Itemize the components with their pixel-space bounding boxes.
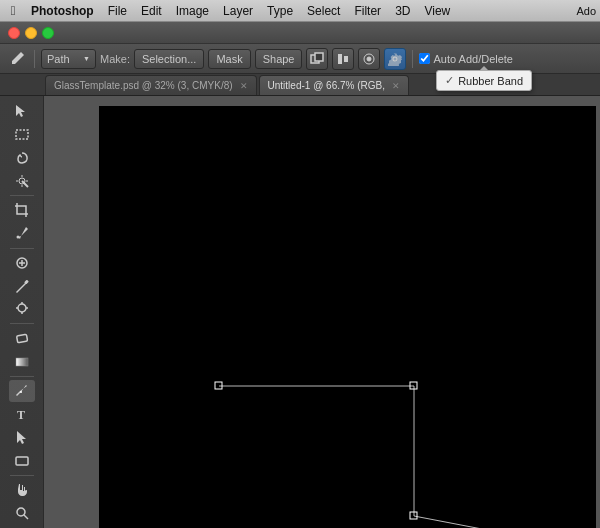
tool-move[interactable] — [9, 100, 35, 122]
tool-gradient[interactable] — [9, 350, 35, 372]
canvas[interactable] — [99, 106, 596, 528]
tool-lasso[interactable] — [9, 147, 35, 169]
minimize-button[interactable] — [25, 27, 37, 39]
svg-line-31 — [24, 515, 28, 519]
menu-file[interactable]: File — [101, 2, 134, 20]
menu-photoshop[interactable]: Photoshop — [24, 2, 101, 20]
main-area: T — [0, 96, 600, 528]
tool-clone[interactable] — [9, 298, 35, 320]
menu-view[interactable]: View — [417, 2, 457, 20]
svg-marker-28 — [17, 431, 26, 444]
svg-rect-33 — [410, 382, 417, 389]
svg-rect-34 — [410, 512, 417, 519]
tool-zoom[interactable] — [9, 502, 35, 524]
svg-rect-2 — [338, 54, 342, 64]
menu-layer[interactable]: Layer — [216, 2, 260, 20]
gear-icon-btn[interactable] — [384, 48, 406, 70]
traffic-lights — [8, 27, 54, 39]
tool-crop[interactable] — [9, 199, 35, 221]
tool-sep-1 — [10, 195, 34, 196]
canvas-area[interactable] — [44, 96, 600, 528]
svg-point-14 — [16, 236, 19, 239]
separator-2 — [412, 50, 413, 68]
tool-eyedropper[interactable] — [9, 222, 35, 244]
maximize-button[interactable] — [42, 27, 54, 39]
svg-point-5 — [367, 57, 371, 61]
tool-magic-wand[interactable] — [9, 170, 35, 192]
rubber-band-tooltip: ✓ Rubber Band — [436, 70, 532, 91]
ado-title: Ado — [576, 5, 596, 17]
path-align-icon[interactable] — [332, 48, 354, 70]
svg-rect-25 — [16, 358, 28, 366]
path-mode-dropdown[interactable]: Path ▼ — [41, 49, 96, 69]
make-label: Make: — [100, 53, 130, 65]
menu-filter[interactable]: Filter — [347, 2, 388, 20]
svg-rect-3 — [344, 56, 348, 62]
svg-point-19 — [18, 304, 26, 312]
tool-sep-4 — [10, 376, 34, 377]
svg-marker-6 — [16, 105, 25, 117]
auto-add-delete-group: Auto Add/Delete — [419, 53, 513, 65]
tool-path-selection[interactable] — [9, 426, 35, 448]
tool-marquee[interactable] — [9, 123, 35, 145]
menu-bar:  Photoshop File Edit Image Layer Type S… — [0, 0, 600, 22]
doc-tab-untitled-label: Untitled-1 @ 66.7% (RGB, — [268, 80, 385, 91]
tool-eraser[interactable] — [9, 327, 35, 349]
svg-rect-1 — [315, 53, 323, 61]
menubar-right: Ado — [576, 5, 596, 17]
selection-button[interactable]: Selection... — [134, 49, 204, 69]
svg-point-30 — [17, 508, 25, 516]
svg-rect-24 — [16, 334, 27, 343]
menu-3d[interactable]: 3D — [388, 2, 417, 20]
separator-1 — [34, 50, 35, 68]
svg-rect-7 — [16, 130, 28, 139]
mask-button[interactable]: Mask — [208, 49, 250, 69]
tool-sep-3 — [10, 323, 34, 324]
svg-text:T: T — [17, 408, 25, 422]
tool-sep-5 — [10, 475, 34, 476]
doc-tab-glass-close[interactable]: ✕ — [240, 81, 248, 91]
tool-shape[interactable] — [9, 449, 35, 471]
doc-tab-untitled-close[interactable]: ✕ — [392, 81, 400, 91]
menu-type[interactable]: Type — [260, 2, 300, 20]
left-toolbar: T — [0, 96, 44, 528]
path-dropdown-arrow: ▼ — [83, 55, 90, 62]
pen-tool-icon — [6, 48, 28, 70]
doc-tab-glass[interactable]: GlassTemplate.psd @ 32% (3, CMYK/8) ✕ — [45, 75, 257, 95]
menu-select[interactable]: Select — [300, 2, 347, 20]
doc-tab-untitled[interactable]: Untitled-1 @ 66.7% (RGB, ✕ — [259, 75, 409, 95]
menu-image[interactable]: Image — [169, 2, 216, 20]
apple-menu[interactable]:  — [4, 2, 22, 20]
rubber-band-checkmark: ✓ — [445, 74, 454, 87]
tool-type[interactable]: T — [9, 403, 35, 425]
auto-add-delete-checkbox[interactable] — [419, 53, 430, 64]
tool-brush[interactable] — [9, 275, 35, 297]
tool-pen[interactable] — [9, 380, 35, 402]
rubber-band-label: Rubber Band — [458, 75, 523, 87]
path-combine-icon[interactable] — [306, 48, 328, 70]
close-button[interactable] — [8, 27, 20, 39]
svg-rect-32 — [215, 382, 222, 389]
tool-spot-heal[interactable] — [9, 251, 35, 273]
tool-options-bar: Path ▼ Make: Selection... Mask Shape — [0, 44, 600, 74]
auto-add-delete-label[interactable]: Auto Add/Delete — [433, 53, 513, 65]
svg-rect-29 — [16, 457, 28, 465]
path-mode-label: Path — [47, 53, 70, 65]
shape-button[interactable]: Shape — [255, 49, 303, 69]
doc-tab-glass-label: GlassTemplate.psd @ 32% (3, CMYK/8) — [54, 80, 233, 91]
menu-edit[interactable]: Edit — [134, 2, 169, 20]
svg-point-26 — [20, 391, 22, 393]
tool-hand[interactable] — [9, 479, 35, 501]
titlebar — [0, 22, 600, 44]
path-distribute-icon[interactable] — [358, 48, 380, 70]
tool-sep-2 — [10, 248, 34, 249]
